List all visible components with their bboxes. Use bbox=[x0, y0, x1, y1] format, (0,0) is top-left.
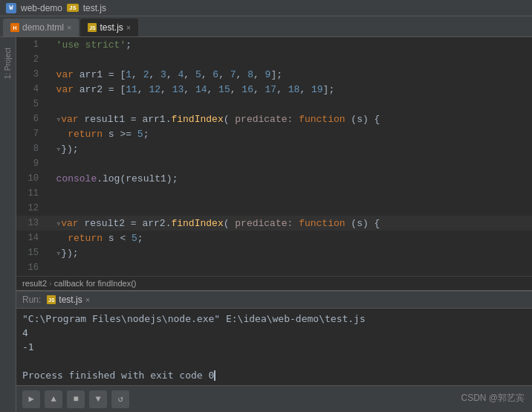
down-button[interactable]: ▼ bbox=[89, 390, 107, 408]
code-line-16: 16 bbox=[16, 260, 532, 275]
code-line-14: 14 return s < 5; bbox=[16, 231, 532, 245]
html-icon: H bbox=[10, 23, 19, 32]
code-section: 1 'use strict';23 var arr1 = [1, 2, 3, 4… bbox=[16, 37, 532, 276]
tab-test-js-close[interactable]: × bbox=[126, 23, 131, 32]
main-area: 1: Project 1 'use strict';23 var arr1 = … bbox=[0, 37, 532, 412]
line-content: 'use strict'; bbox=[45, 39, 532, 51]
tab-bar: H demo.html × JS test.js × bbox=[0, 16, 532, 37]
project-name: web-demo bbox=[21, 3, 62, 13]
run-tab-label: test.js bbox=[59, 294, 82, 305]
code-line-6: 6 ▿var result1 = arr1.findIndex( predica… bbox=[16, 112, 532, 126]
run-output: "C:\Program Files\nodejs\node.exe" E:\id… bbox=[16, 309, 532, 385]
watermark: CSDN @郭艺宾 bbox=[461, 392, 525, 405]
output-line: 4 bbox=[22, 326, 526, 340]
line-number: 16 bbox=[16, 263, 45, 273]
line-number: 5 bbox=[16, 99, 45, 109]
code-line-13: 13 ▿var result2 = arr2.findIndex( predic… bbox=[16, 216, 532, 231]
code-line-2: 2 bbox=[16, 52, 532, 67]
line-content: ▿var result2 = arr2.findIndex( predicate… bbox=[45, 218, 532, 229]
run-js-icon: JS bbox=[47, 295, 56, 304]
file-name: test.js bbox=[83, 3, 106, 13]
line-number: 7 bbox=[16, 129, 45, 139]
tab-demo-html[interactable]: H demo.html × bbox=[3, 19, 79, 36]
code-line-4: 4 var arr2 = [11, 12, 13, 14, 15, 16, 17… bbox=[16, 82, 532, 97]
output-line: Process finished with exit code 0 bbox=[22, 368, 526, 382]
line-number: 3 bbox=[16, 69, 45, 80]
line-number: 9 bbox=[16, 158, 45, 169]
line-content: ▿}); bbox=[45, 248, 532, 259]
code-line-5: 5 bbox=[16, 97, 532, 112]
line-number: 12 bbox=[16, 203, 45, 213]
tab-demo-html-label: demo.html bbox=[22, 22, 64, 33]
app-icon: W bbox=[6, 3, 16, 13]
editor-area: 1 'use strict';23 var arr1 = [1, 2, 3, 4… bbox=[16, 37, 532, 412]
code-line-10: 10 console.log(result1); bbox=[16, 171, 532, 186]
tab-test-js[interactable]: JS test.js × bbox=[80, 19, 138, 36]
tab-test-js-label: test.js bbox=[100, 22, 123, 33]
code-line-15: 15 ▿}); bbox=[16, 245, 532, 260]
line-content: var arr1 = [1, 2, 3, 4, 5, 6, 7, 8, 9]; bbox=[45, 69, 532, 80]
bottom-toolbar: ▶ ▲ ■ ▼ ↺ bbox=[16, 385, 532, 412]
sidebar-label: 1: Project bbox=[4, 48, 12, 79]
line-content: return s < 5; bbox=[45, 233, 532, 244]
run-panel: Run: JS test.js × "C:\Program Files\node… bbox=[16, 290, 532, 385]
line-number: 11 bbox=[16, 188, 45, 199]
tab-demo-html-close[interactable]: × bbox=[67, 23, 71, 32]
line-number: 2 bbox=[16, 54, 45, 65]
output-line bbox=[22, 354, 526, 368]
run-header: Run: JS test.js × bbox=[16, 292, 532, 309]
breadcrumb: result2 › callback for findIndex() bbox=[16, 276, 532, 290]
code-line-1: 1 'use strict'; bbox=[16, 37, 532, 52]
line-content: return s >= 5; bbox=[45, 129, 532, 140]
breadcrumb-callback: callback for findIndex() bbox=[54, 279, 137, 288]
code-line-8: 8 ▿}); bbox=[16, 141, 532, 156]
line-number: 13 bbox=[16, 218, 45, 228]
rerun-button[interactable]: ↺ bbox=[111, 390, 129, 408]
title-bar: W web-demo JS test.js bbox=[0, 0, 532, 16]
run-button[interactable]: ▶ bbox=[22, 390, 40, 408]
line-content: ▿}); bbox=[45, 144, 532, 155]
left-sidebar: 1: Project bbox=[0, 37, 16, 412]
line-content: var arr2 = [11, 12, 13, 14, 15, 16, 17, … bbox=[45, 84, 532, 95]
line-content: console.log(result1); bbox=[45, 173, 532, 184]
code-line-11: 11 bbox=[16, 186, 532, 201]
line-number: 8 bbox=[16, 144, 45, 154]
code-line-7: 7 return s >= 5; bbox=[16, 126, 532, 141]
breadcrumb-separator: › bbox=[49, 279, 54, 288]
stop-button[interactable]: ■ bbox=[67, 390, 85, 408]
output-line: -1 bbox=[22, 340, 526, 354]
code-line-12: 12 bbox=[16, 201, 532, 216]
run-tab[interactable]: JS test.js × bbox=[47, 294, 90, 305]
line-number: 1 bbox=[16, 39, 45, 50]
line-number: 6 bbox=[16, 114, 45, 124]
code-lines: 1 'use strict';23 var arr1 = [1, 2, 3, 4… bbox=[16, 37, 532, 276]
js-icon: JS bbox=[88, 23, 97, 32]
line-number: 4 bbox=[16, 84, 45, 94]
breadcrumb-result2: result2 bbox=[22, 279, 47, 288]
code-line-9: 9 bbox=[16, 156, 532, 171]
line-number: 10 bbox=[16, 173, 45, 184]
run-label: Run: bbox=[22, 294, 41, 305]
code-line-3: 3 var arr1 = [1, 2, 3, 4, 5, 6, 7, 8, 9]… bbox=[16, 67, 532, 82]
line-number: 15 bbox=[16, 248, 45, 258]
output-line: "C:\Program Files\nodejs\node.exe" E:\id… bbox=[22, 312, 526, 326]
line-number: 14 bbox=[16, 233, 45, 243]
up-button[interactable]: ▲ bbox=[45, 390, 62, 408]
js-badge: JS bbox=[67, 4, 79, 12]
line-content: ▿var result1 = arr1.findIndex( predicate… bbox=[45, 114, 532, 125]
run-tab-close[interactable]: × bbox=[85, 295, 90, 304]
